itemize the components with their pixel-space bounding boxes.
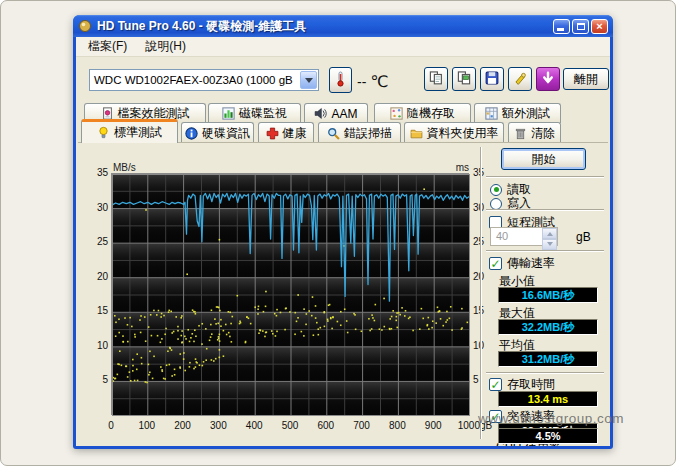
save-icon <box>485 71 499 88</box>
close-icon: × <box>596 21 602 32</box>
tab-label: 資料夾使用率 <box>427 125 499 142</box>
tab-disk-info[interactable]: 硬碟資訊 <box>181 122 254 143</box>
menu-file[interactable]: 檔案(F) <box>82 37 133 56</box>
separator <box>486 250 604 252</box>
erase-trash-icon <box>514 127 527 140</box>
short-stroke-size-stepper[interactable]: 40 <box>490 227 558 246</box>
download-arrow-icon <box>541 71 555 88</box>
exit-button[interactable]: 離開 <box>563 68 609 90</box>
download-button[interactable] <box>536 67 560 91</box>
options-button[interactable] <box>508 67 532 91</box>
start-button[interactable]: 開始 <box>501 148 586 170</box>
minimize-icon <box>557 28 564 31</box>
y-left-axis-unit: MB/s <box>113 162 136 173</box>
separator <box>486 176 604 178</box>
tab-folder-usage[interactable]: 資料夾使用率 <box>404 122 504 143</box>
tab-label: AAM <box>331 107 357 121</box>
tab-random-access[interactable]: 隨機存取 <box>374 103 471 123</box>
x-axis-tick: 100 <box>127 420 167 431</box>
chevron-down-icon[interactable] <box>300 71 317 89</box>
panel-divider <box>480 147 482 439</box>
spin-down-icon[interactable] <box>542 239 557 250</box>
radio-selected-icon <box>490 184 502 196</box>
extra-tests-icon <box>485 107 498 120</box>
tab-label: 隨機存取 <box>407 105 455 122</box>
copy-text-icon <box>429 71 443 88</box>
temperature-readout: -- ℃ <box>357 72 388 91</box>
y-axis-tick-left: 20 <box>88 271 108 282</box>
titlebar[interactable]: HD Tune Pro 4.60 - 硬碟檢測-維護工具 × <box>73 15 613 37</box>
tab-health-cross[interactable]: 健康 <box>258 122 314 143</box>
tab-label: 錯誤掃描 <box>344 125 392 142</box>
save-screenshot-button[interactable] <box>480 67 504 91</box>
maximize-icon <box>577 23 585 30</box>
desktop-background: HD Tune Pro 4.60 - 硬碟檢測-維護工具 × 檔案(F)說明(H… <box>0 0 676 466</box>
y-axis-tick-left: 35 <box>88 167 108 178</box>
menu-help[interactable]: 說明(H) <box>139 37 192 56</box>
spin-up-icon[interactable] <box>542 228 557 239</box>
y-right-axis-unit: ms <box>436 162 469 173</box>
y-axis-tick-right: 15 <box>473 305 499 316</box>
y-axis-tick-left: 10 <box>88 340 108 351</box>
x-axis-tick: 300 <box>198 420 238 431</box>
transfer-rate-checkbox[interactable]: ✓ 傳輸速率 <box>489 255 555 272</box>
folder-usage-icon <box>410 127 423 140</box>
copy-text-button[interactable] <box>424 67 448 91</box>
disk-monitor-icon <box>222 107 235 120</box>
minimize-button[interactable] <box>553 19 570 34</box>
disk-info-icon <box>185 127 198 140</box>
y-axis-tick-left: 15 <box>88 305 108 316</box>
menubar: 檔案(F)說明(H) <box>76 37 610 57</box>
tab-benchmark-lamp[interactable]: 標準測試 <box>81 119 178 143</box>
maximize-button[interactable] <box>572 19 589 34</box>
separator <box>486 209 604 211</box>
access-time-value: 13.4 ms <box>498 391 598 407</box>
cpu-usage-value: 4.5% <box>498 428 598 444</box>
copy-image-button[interactable] <box>452 67 476 91</box>
tab-disk-monitor[interactable]: 磁碟監視 <box>208 103 301 123</box>
temperature-button[interactable] <box>329 67 352 93</box>
benchmark-graph-svg <box>112 174 470 416</box>
x-axis-tick: 400 <box>234 420 274 431</box>
health-cross-icon <box>266 127 279 140</box>
x-axis-tick: 600 <box>306 420 346 431</box>
x-axis-tick: 500 <box>270 420 310 431</box>
random-access-icon <box>390 107 403 120</box>
tab-label: 額外測試 <box>502 105 550 122</box>
tab-label: 清除 <box>531 125 555 142</box>
separator <box>486 372 604 374</box>
aam-speaker-icon <box>314 107 327 120</box>
copy-image-icon <box>457 71 471 88</box>
y-axis-tick-left: 5 <box>88 374 108 385</box>
close-button[interactable]: × <box>591 19 608 34</box>
checkbox-checked-icon: ✓ <box>489 257 502 270</box>
window-body: 檔案(F)說明(H) WDC WD1002FAEX-00Z3A0 (1000 g… <box>76 37 610 446</box>
min-value: 16.6MB/秒 <box>498 287 598 303</box>
tab-aam-speaker[interactable]: AAM <box>304 103 368 123</box>
avg-value: 31.2MB/秒 <box>498 351 598 367</box>
watermark-text: www.utmostgroup.com <box>478 411 624 426</box>
y-axis-tick-left: 25 <box>88 236 108 247</box>
checkbox-checked-icon: ✓ <box>489 378 502 391</box>
tab-label: 標準測試 <box>114 124 162 141</box>
tab-label: 硬碟資訊 <box>202 125 250 142</box>
app-icon <box>78 19 92 33</box>
tab-erase-trash[interactable]: 清除 <box>508 122 561 143</box>
x-axis-tick: 900 <box>413 420 453 431</box>
drive-select-value: WDC WD1002FAEX-00Z3A0 (1000 gB <box>90 74 300 86</box>
hdtune-window: HD Tune Pro 4.60 - 硬碟檢測-維護工具 × 檔案(F)說明(H… <box>73 15 613 449</box>
drive-select[interactable]: WDC WD1002FAEX-00Z3A0 (1000 gB <box>89 69 319 91</box>
options-icon <box>513 71 527 88</box>
tab-extra-tests[interactable]: 額外測試 <box>474 103 561 123</box>
tab-label: 磁碟監視 <box>239 105 287 122</box>
thermometer-icon <box>334 71 347 90</box>
max-value: 32.2MB/秒 <box>498 319 598 335</box>
x-axis-tick: 700 <box>342 420 382 431</box>
x-axis-tick: 200 <box>163 420 203 431</box>
benchmark-lamp-icon <box>97 126 110 139</box>
error-scan-icon <box>327 127 340 140</box>
tab-label: 健康 <box>283 125 307 142</box>
x-axis-tick: 800 <box>377 420 417 431</box>
y-axis-tick-left: 30 <box>88 202 108 213</box>
tab-error-scan[interactable]: 錯誤掃描 <box>318 122 401 143</box>
